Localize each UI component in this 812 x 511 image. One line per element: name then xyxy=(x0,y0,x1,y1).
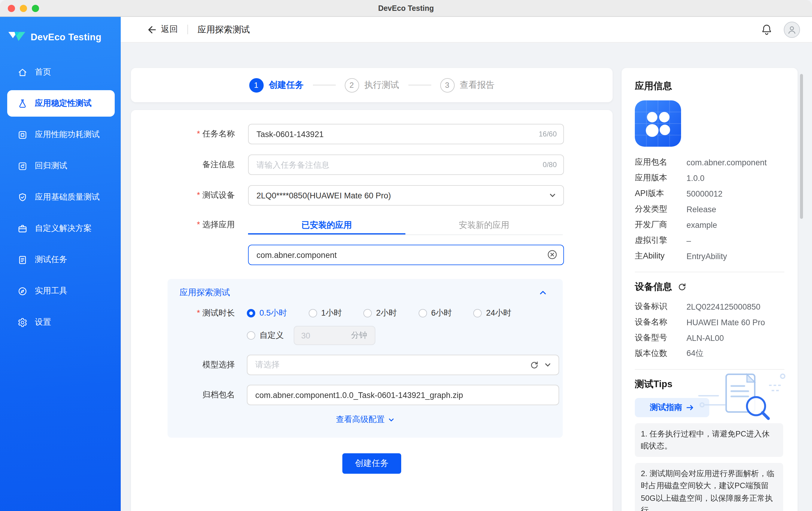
radio-icon xyxy=(473,309,482,317)
info-value: 1.0.0 xyxy=(687,173,704,183)
sidebar-item-label: 设置 xyxy=(35,317,51,328)
sidebar-item-regression-test[interactable]: 回归测试 xyxy=(7,153,115,179)
sidebar-item-test-tasks[interactable]: 测试任务 xyxy=(7,246,115,273)
app-info-row: 应用版本 1.0.0 xyxy=(635,170,784,186)
step-label: 执行测试 xyxy=(364,79,399,91)
user-avatar[interactable] xyxy=(784,21,800,37)
info-value: 50000012 xyxy=(687,189,723,198)
tab-install-new-app[interactable]: 安装新的应用 xyxy=(405,216,563,235)
app-info-title: 应用信息 xyxy=(635,80,784,92)
info-value: 2LQ0224125000850 xyxy=(687,302,760,311)
sidebar-item-app-quality-test[interactable]: 应用基础质量测试 xyxy=(7,184,115,210)
panel-divider xyxy=(635,272,784,272)
info-label: 虚拟引擎 xyxy=(635,235,687,246)
sidebar-item-app-stability-test[interactable]: 应用稳定性测试 xyxy=(7,90,115,117)
shield-check-icon xyxy=(18,192,28,202)
sidebar-item-label: 测试任务 xyxy=(35,254,67,265)
duration-option-0-5h[interactable]: 0.5小时 xyxy=(247,308,287,319)
custom-duration-input[interactable] xyxy=(301,331,343,340)
device-select[interactable]: 2LQ0****0850(HUAWEI Mate 60 Pro) xyxy=(248,185,564,206)
advanced-config-label: 查看高级配置 xyxy=(336,414,385,425)
device-info-row: 设备型号 ALN-AL00 xyxy=(635,330,784,346)
duration-option-24h[interactable]: 24小时 xyxy=(473,308,512,319)
collapse-chevron-up-icon[interactable] xyxy=(539,289,547,297)
sidebar-item-label: 首页 xyxy=(35,67,51,78)
info-label: 设备标识 xyxy=(635,301,687,312)
info-label: 设备型号 xyxy=(635,332,687,343)
info-label: 应用包名 xyxy=(635,157,687,168)
tab-installed-apps[interactable]: 已安装的应用 xyxy=(248,216,405,235)
step-view-report: 3 查看报告 xyxy=(440,78,495,92)
titlebar: DevEco Testing xyxy=(0,0,812,17)
info-panel: 应用信息 应用包名 xyxy=(621,68,798,511)
app-info-row: 开发厂商 example xyxy=(635,217,784,233)
remark-label: 备注信息 xyxy=(131,155,235,175)
tip-item: 2. 测试期间会对应用进行界面解析，临时占用磁盘空间较大，建议PC端预留50G以… xyxy=(635,463,783,511)
info-label: 分发类型 xyxy=(635,204,687,215)
header-divider xyxy=(187,25,188,34)
advanced-config-link[interactable]: 查看高级配置 xyxy=(168,414,563,425)
vertical-scrollbar[interactable] xyxy=(800,74,803,219)
notification-bell-icon[interactable] xyxy=(760,23,773,36)
radio-icon xyxy=(309,309,317,317)
test-guide-label: 测试指南 xyxy=(650,402,682,413)
sidebar: DevEco Testing 首页 应用稳定性测试 应用性能功耗测试 xyxy=(0,17,121,511)
task-name-input[interactable] xyxy=(248,124,564,144)
sidebar-item-home[interactable]: 首页 xyxy=(7,59,115,85)
sidebar-item-label: 应用稳定性测试 xyxy=(35,98,92,109)
compass-icon xyxy=(18,286,28,296)
step-number: 3 xyxy=(440,78,454,92)
info-label: 设备名称 xyxy=(635,317,687,328)
sidebar-item-app-performance-test[interactable]: 应用性能功耗测试 xyxy=(7,122,115,148)
refresh-icon[interactable] xyxy=(530,360,539,370)
model-row: 模型选择 请选择 xyxy=(168,355,563,375)
info-label: API版本 xyxy=(635,188,687,199)
arrow-left-icon xyxy=(147,24,157,34)
info-label: 版本位数 xyxy=(635,348,687,359)
model-select[interactable]: 请选择 xyxy=(247,355,559,375)
duration-option-custom[interactable]: 自定义 xyxy=(247,330,284,341)
chevron-down-icon xyxy=(388,416,394,423)
page-title: 应用探索测试 xyxy=(198,24,250,35)
duration-option-2h[interactable]: 2小时 xyxy=(364,308,397,319)
archive-name-input[interactable] xyxy=(247,385,559,405)
info-value: ALN-AL00 xyxy=(687,333,724,342)
model-select-placeholder: 请选择 xyxy=(255,359,280,370)
explore-test-panel: 应用探索测试 测试时长 0.5小时 xyxy=(168,279,563,438)
main-area: 返回 应用探索测试 1 创建任务 xyxy=(121,17,812,511)
stepper: 1 创建任务 2 执行测试 3 查看报告 xyxy=(131,68,613,102)
app-info-row: 主Ability EntryAbility xyxy=(635,248,784,264)
tip-item: 1. 任务执行过程中，请避免PC进入休眠状态。 xyxy=(635,423,783,457)
sidebar-item-settings[interactable]: 设置 xyxy=(7,309,115,335)
remark-row: 备注信息 0/80 xyxy=(131,155,613,175)
back-button[interactable]: 返回 xyxy=(147,24,178,35)
document-magnifier-illustration xyxy=(694,370,789,425)
duration-option-6h[interactable]: 6小时 xyxy=(418,308,452,319)
sidebar-item-label: 应用基础质量测试 xyxy=(35,192,100,203)
info-value: HUAWEI Mate 60 Pro xyxy=(687,318,765,327)
sidebar-item-custom-solution[interactable]: 自定义解决方案 xyxy=(7,215,115,242)
refresh-device-icon[interactable] xyxy=(677,283,687,292)
sidebar-item-label: 自定义解决方案 xyxy=(35,223,92,234)
create-task-form: 任务名称 16/60 备注信息 0/80 测试设备 xyxy=(131,110,613,511)
app-search-input[interactable] xyxy=(248,245,564,265)
app-info-row: 虚拟引擎 – xyxy=(635,233,784,248)
sidebar-item-utilities[interactable]: 实用工具 xyxy=(7,278,115,304)
remark-input[interactable] xyxy=(248,155,564,175)
custom-duration-row: 自定义 分钟 xyxy=(168,326,563,345)
app-icon xyxy=(635,100,681,147)
sidebar-item-label: 实用工具 xyxy=(35,286,67,296)
archive-row: 归档包名 xyxy=(168,385,563,405)
radio-icon xyxy=(364,309,372,317)
create-task-button[interactable]: 创建任务 xyxy=(342,453,401,474)
info-value: EntryAbility xyxy=(687,251,727,261)
custom-option-label: 自定义 xyxy=(259,330,284,341)
arrow-right-icon xyxy=(686,404,694,411)
custom-duration-field: 分钟 xyxy=(293,326,375,345)
clear-input-icon[interactable] xyxy=(547,249,557,260)
duration-option-1h[interactable]: 1小时 xyxy=(309,308,342,319)
task-list-icon xyxy=(18,254,28,265)
brand-name: DevEco Testing xyxy=(31,32,102,43)
archive-label: 归档包名 xyxy=(168,389,235,400)
app-info-row: 应用包名 com.abner.component xyxy=(635,155,784,170)
